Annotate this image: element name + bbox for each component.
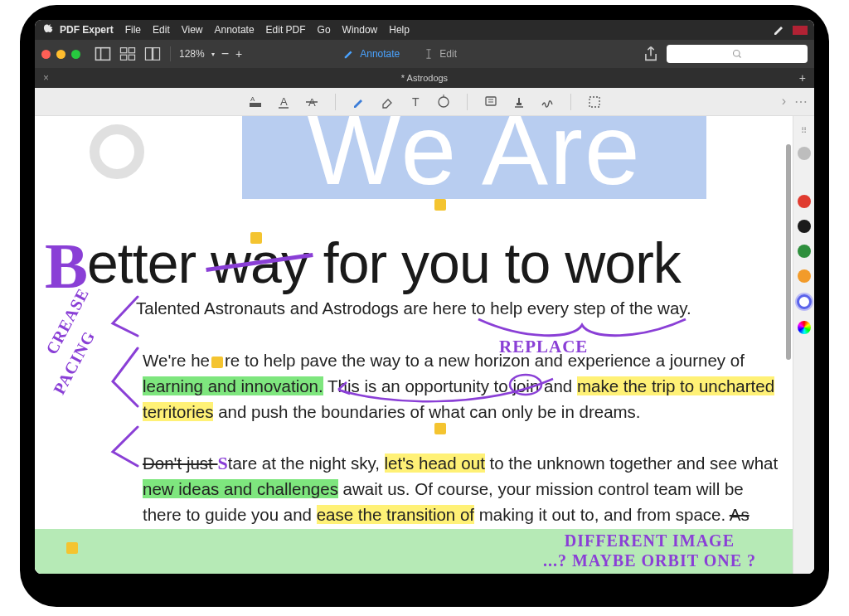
select-area-tool-icon[interactable] [586,94,603,110]
more-icon[interactable]: ⋯ [794,94,808,109]
color-swatch-gray[interactable] [798,147,811,160]
apple-logo-icon [41,23,53,36]
svg-rect-10 [250,103,261,107]
menu-file[interactable]: File [125,24,141,36]
annotation-toolbar: A A A T › ⋯ [35,88,814,116]
brace-left [104,290,146,473]
underline-tool-icon[interactable]: A [275,94,292,110]
color-swatch-orange[interactable] [798,269,811,283]
search-icon [732,49,742,59]
color-swatch-blue[interactable] [797,294,812,309]
tab-add-button[interactable]: + [799,71,806,85]
svg-rect-6 [145,48,152,61]
arrow-insert [333,376,557,405]
mode-edit-button[interactable]: Edit [411,45,468,63]
zoom-in-button[interactable]: + [235,47,242,61]
search-input[interactable] [667,45,808,63]
toolbar: 128% ▾ − + Annotate Edit [35,40,814,68]
stamp-tool-icon[interactable] [511,94,527,110]
color-swatch-black[interactable] [798,220,811,233]
zoom-out-button[interactable]: − [221,46,229,61]
svg-text:A: A [250,95,255,103]
sticky-note-icon[interactable] [211,357,223,368]
strikethrough-tool-icon[interactable]: A [303,94,320,110]
color-picker-icon[interactable] [798,321,811,334]
svg-text:A: A [280,95,288,108]
hand-different1: DIFFERENT IMAGE [565,531,735,551]
svg-rect-23 [589,97,599,107]
menu-window[interactable]: Window [342,24,378,36]
window-minimize-button[interactable] [56,50,65,59]
menu-help[interactable]: Help [389,24,410,36]
sidebar-two-page-icon[interactable] [143,45,162,63]
signature-tool-icon[interactable] [539,94,555,110]
tab-bar: × * Astrodogs + [35,68,814,88]
color-rail: ⠿ [793,116,814,574]
share-button[interactable] [642,45,660,63]
highlight-tool-icon[interactable]: A [247,94,264,110]
svg-rect-4 [120,55,126,60]
svg-rect-2 [120,48,126,53]
tab-close-button[interactable]: × [43,72,49,84]
menu-go[interactable]: Go [318,24,331,36]
shape-tool-icon[interactable] [435,94,452,110]
menubar: PDF Expert File Edit View Annotate Edit … [35,20,814,40]
headline: Better way for you to work [35,224,793,298]
tab-title[interactable]: * Astrodogs [401,73,448,83]
svg-rect-7 [153,48,160,61]
sticky-note-icon[interactable] [434,199,446,211]
menu-view[interactable]: View [182,24,203,36]
window-zoom-button[interactable] [71,50,80,59]
flag-us-icon[interactable] [793,26,808,35]
svg-text:T: T [412,95,420,109]
menu-annotate[interactable]: Annotate [215,24,255,36]
spinner-icon [90,124,144,179]
document-area: We Are Better way for you to work Talent… [35,116,814,574]
svg-point-17 [439,97,449,107]
sticky-note-icon[interactable] [434,423,446,434]
mode-annotate-button[interactable]: Annotate [332,45,411,63]
note-tool-icon[interactable] [483,94,499,110]
document-canvas[interactable]: We Are Better way for you to work Talent… [35,116,793,574]
window-close-button[interactable] [41,50,51,59]
hand-different2: ...? MAYBE ORBIT ONE ? [543,551,756,570]
svg-line-9 [739,56,740,57]
zoom-dropdown-icon[interactable]: ▾ [211,51,215,58]
color-swatch-red[interactable] [798,195,811,208]
zoom-level[interactable]: 128% [179,48,205,60]
sticky-note-icon[interactable] [66,542,78,554]
pen-icon [343,48,355,60]
chevron-right-icon[interactable]: › [782,94,786,109]
menu-edit-pdf[interactable]: Edit PDF [266,24,306,36]
menu-edit[interactable]: Edit [153,24,170,36]
svg-rect-3 [129,48,134,53]
svg-rect-19 [486,97,496,105]
sidebar-single-icon[interactable] [94,45,112,63]
drag-handle-icon[interactable]: ⠿ [801,126,807,135]
eraser-tool-icon[interactable] [379,94,395,110]
sidebar-grid-icon[interactable] [119,45,137,63]
hero-text-box: We Are [242,116,706,199]
svg-rect-5 [129,55,134,60]
scrollbar[interactable] [786,144,791,360]
pen-tool-icon[interactable] [351,94,367,110]
color-swatch-green[interactable] [798,245,811,258]
app-name: PDF Expert [60,24,114,36]
pencil-menu-icon[interactable] [773,23,786,36]
svg-point-8 [734,51,740,57]
text-cursor-icon [423,48,434,60]
svg-rect-0 [95,48,109,61]
text-tool-icon[interactable]: T [407,94,424,110]
